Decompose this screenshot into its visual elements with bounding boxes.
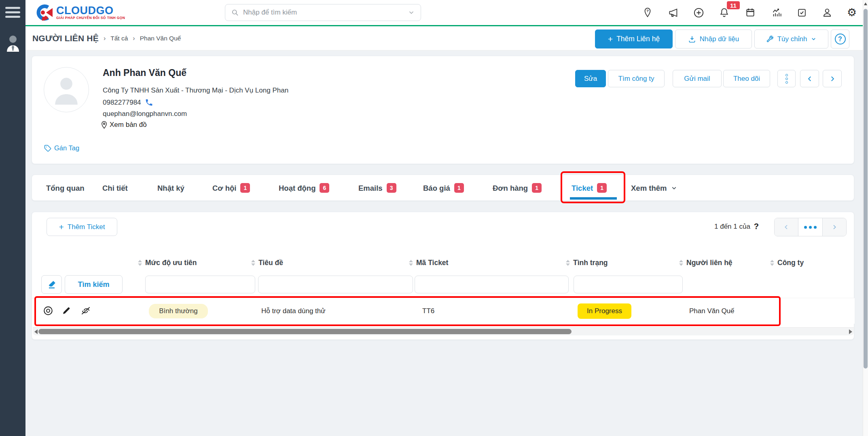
plus-icon: +: [608, 35, 613, 43]
filter-input-priority[interactable]: [145, 276, 255, 293]
column-header-contact[interactable]: Người liên hệ: [679, 255, 733, 270]
help-button[interactable]: ?: [831, 29, 849, 48]
priority-badge: Bình thường: [149, 304, 208, 318]
notification-count-badge: 11: [726, 0, 741, 10]
tag-icon: [44, 145, 51, 152]
module-title[interactable]: NGƯỜI LIÊN HỆ: [32, 34, 99, 43]
horizontal-scrollbar-thumb[interactable]: [38, 329, 572, 334]
chevron-left-icon: [783, 224, 790, 230]
column-header-code[interactable]: Mã Ticket: [409, 255, 448, 270]
tab-chi-tiet[interactable]: Chi tiết: [102, 175, 128, 201]
contact-name: Anh Phan Văn Quế: [103, 67, 186, 78]
record-tabs-bar: Tổng quan Chi tiết Nhật ký Cơ hội1 Hoạt …: [32, 175, 854, 201]
svg-text:?: ?: [646, 8, 649, 13]
app-window: CLOUDGO GIẢI PHÁP CHUYỂN ĐỔI SỐ TINH GỌN…: [0, 0, 868, 436]
tab-hoat-dong[interactable]: Hoạt động6: [279, 175, 329, 201]
settings-gear-icon[interactable]: ⚙: [846, 6, 858, 19]
ticket-title-cell[interactable]: Hỗ trợ data dùng thử: [261, 298, 326, 324]
ticket-table-card: + Thêm Ticket 1 đến 1 của ? Mức độ ưu ti…: [32, 212, 854, 340]
clear-filters-button[interactable]: [41, 275, 62, 294]
assign-tag-link[interactable]: Gán Tag: [44, 144, 79, 152]
column-header-priority[interactable]: Mức độ ưu tiên: [138, 255, 197, 270]
global-search-input[interactable]: Nhập để tìm kiếm: [225, 4, 421, 21]
more-actions-kebab-button[interactable]: [777, 70, 796, 87]
sort-icon: [409, 260, 413, 266]
filter-input-title[interactable]: [258, 276, 413, 293]
previous-record-button[interactable]: [800, 70, 819, 87]
view-ticket-icon[interactable]: [43, 305, 53, 316]
follow-button[interactable]: Theo dõi: [723, 70, 770, 87]
tab-nhat-ky[interactable]: Nhật ký: [157, 175, 184, 201]
tab-tong-quan[interactable]: Tổng quan: [46, 175, 85, 201]
vertical-scrollbar-thumb[interactable]: [864, 9, 868, 369]
question-icon: ?: [835, 34, 846, 44]
sort-icon: [566, 260, 570, 266]
tab-badge: 6: [320, 183, 329, 193]
sort-icon: [251, 260, 255, 266]
ticket-contact-cell[interactable]: Phan Văn Quế: [689, 298, 735, 324]
ticket-code-cell[interactable]: TT6: [422, 298, 434, 324]
contacts-module-icon[interactable]: [6, 35, 20, 53]
filter-input-code[interactable]: [415, 276, 569, 293]
left-sidebar: [0, 0, 25, 436]
brand-name: CLOUDGO: [56, 5, 125, 16]
send-mail-button[interactable]: Gửi mail: [673, 70, 722, 87]
vertical-scrollbar[interactable]: [863, 0, 868, 436]
scroll-up-arrow[interactable]: [864, 2, 867, 5]
pagination-next-button[interactable]: [822, 218, 846, 236]
pagination-prev-button[interactable]: [775, 218, 798, 236]
edit-ticket-icon[interactable]: [61, 306, 71, 316]
location-help-icon[interactable]: ?: [641, 6, 654, 19]
breadcrumb: NGƯỜI LIÊN HỆ › Tất cả › Phan Văn Quế: [32, 26, 181, 51]
tab-badge: 1: [454, 183, 464, 193]
tab-bao-gia[interactable]: Báo giá1: [423, 175, 464, 201]
calendar-icon[interactable]: [744, 6, 756, 19]
chevron-right-icon: [831, 224, 838, 230]
tab-emails[interactable]: Emails3: [358, 175, 396, 201]
pagination-total-unknown[interactable]: ?: [754, 222, 759, 231]
import-data-button[interactable]: Nhập dữ liệu: [675, 29, 752, 48]
filter-input-status[interactable]: [574, 276, 683, 293]
scroll-right-arrow[interactable]: [849, 329, 852, 334]
table-search-button[interactable]: Tìm kiếm: [65, 275, 123, 294]
customize-button[interactable]: Tùy chỉnh: [754, 29, 828, 48]
analytics-chart-icon[interactable]: [771, 6, 783, 19]
ticket-table-row[interactable]: Bình thường Hỗ trợ data dùng thử TT6 In …: [32, 298, 855, 324]
column-header-title[interactable]: Tiêu đề: [251, 255, 283, 270]
phone-icon[interactable]: [145, 98, 153, 107]
pagination-pages-button[interactable]: [798, 218, 822, 236]
find-company-button[interactable]: Tìm công ty: [608, 70, 665, 87]
cloudgo-logo[interactable]: CLOUDGO GIẢI PHÁP CHUYỂN ĐỔI SỐ TINH GỌN: [34, 3, 125, 22]
tab-co-hoi[interactable]: Cơ hội1: [212, 175, 250, 201]
add-contact-button[interactable]: + Thêm Liên hệ: [595, 29, 673, 48]
view-map-link[interactable]: Xem bản đồ: [101, 121, 147, 129]
horizontal-scrollbar[interactable]: [33, 327, 854, 335]
tab-xem-them[interactable]: Xem thêm: [631, 175, 677, 201]
scroll-left-arrow[interactable]: [34, 329, 38, 334]
pagination-controls: [774, 218, 847, 236]
breadcrumb-item-contact[interactable]: Phan Văn Quế: [140, 35, 181, 42]
edit-contact-button[interactable]: Sửa: [575, 70, 606, 87]
chevron-down-icon[interactable]: [408, 9, 415, 16]
tasks-checkbox-icon[interactable]: [796, 6, 808, 19]
contact-email: quephan@longphanvn.com: [103, 110, 187, 118]
megaphone-icon[interactable]: [667, 6, 680, 19]
sort-icon: [679, 260, 683, 266]
unlink-ticket-icon[interactable]: [80, 305, 91, 316]
add-ticket-button[interactable]: + Thêm Ticket: [47, 218, 117, 236]
breadcrumb-separator: ›: [104, 35, 106, 42]
tab-badge: 3: [387, 183, 396, 193]
tab-don-hang[interactable]: Đơn hàng1: [493, 175, 542, 201]
column-header-company[interactable]: Công ty: [770, 255, 804, 270]
contact-summary-card: Anh Phan Văn Quế Công Ty TNHH Sản Xuất -…: [32, 56, 854, 164]
column-header-status[interactable]: Tình trạng: [566, 255, 608, 270]
chevron-left-icon: [806, 75, 813, 82]
contact-company: Công Ty TNHH Sản Xuất - Thương Mại - Dịc…: [103, 86, 288, 95]
contact-avatar[interactable]: [44, 67, 89, 112]
add-circle-icon[interactable]: [692, 6, 705, 19]
breadcrumb-item-all[interactable]: Tất cả: [110, 35, 128, 42]
next-record-button[interactable]: [823, 70, 842, 87]
user-profile-icon[interactable]: [821, 6, 833, 19]
breadcrumb-bar: NGƯỜI LIÊN HỆ › Tất cả › Phan Văn Quế + …: [25, 26, 868, 51]
hamburger-menu-icon[interactable]: [5, 7, 20, 20]
